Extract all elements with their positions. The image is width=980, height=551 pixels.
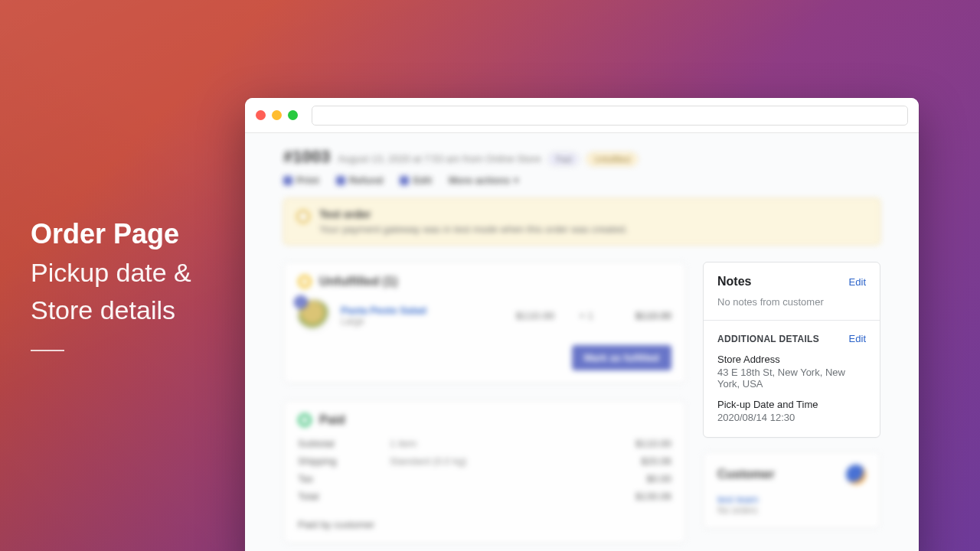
row-shipping: ShippingStandard (0.0 kg)$20.06 <box>298 455 671 467</box>
fulfillment-card: Unfulfilled (1) 1 Pasta Pesto Salad Larg… <box>283 262 686 383</box>
notes-title: Notes <box>717 275 751 289</box>
pickup-label: Pick-up Date and Time <box>717 399 866 410</box>
status-badge-unfulfilled: Unfulfilled <box>586 152 637 166</box>
marketing-caption: Order Page Pickup date & Store details <box>31 214 191 351</box>
additional-edit-link[interactable]: Edit <box>849 333 866 344</box>
notes-card: Notes Edit No notes from customer ADDITI… <box>703 262 880 438</box>
edit-icon <box>400 176 409 185</box>
more-actions-button[interactable]: More actions ▾ <box>449 174 519 186</box>
address-bar[interactable] <box>312 106 908 126</box>
unit-price: $110.00 <box>516 310 555 321</box>
window-titlebar <box>245 98 919 133</box>
fulfillment-heading: Unfulfilled (1) <box>319 275 397 289</box>
order-toolbar: Print Refund Edit More actions ▾ <box>283 174 880 186</box>
avatar[interactable] <box>846 465 866 484</box>
caption-line-2: Pickup date & <box>31 254 191 292</box>
blurred-region: #1003 August 13, 2020 at 7:53 am from On… <box>283 147 880 245</box>
pickup-detail: Pick-up Date and Time 2020/08/14 12:30 <box>717 399 866 423</box>
close-icon[interactable] <box>256 110 266 120</box>
caption-line-1: Order Page <box>31 214 191 254</box>
product-name[interactable]: Pasta Pesto Salad <box>341 305 426 316</box>
caption-line-3: Store details <box>31 292 191 329</box>
line-item: 1 Pasta Pesto Salad Large $110.00 × 1 $1… <box>298 299 671 331</box>
quantity: × 1 <box>580 310 593 321</box>
store-address-detail: Store Address 43 E 18th St, New York, Ne… <box>717 354 866 390</box>
notice-title: Test order <box>319 208 628 220</box>
minimize-icon[interactable] <box>272 110 282 120</box>
more-label: More actions <box>449 174 510 186</box>
divider <box>704 320 880 321</box>
customer-card: Customer test team No orders <box>703 452 880 529</box>
print-label: Print <box>296 174 319 186</box>
print-button[interactable]: Print <box>283 174 319 186</box>
refund-icon <box>336 176 345 185</box>
row-total: Total$130.06 <box>298 491 671 502</box>
notice-body: Your payment gateway was in test mode wh… <box>319 223 628 235</box>
zoom-icon[interactable] <box>288 110 298 120</box>
product-variant: Large <box>341 316 426 327</box>
test-order-notice: Test order Your payment gateway was in t… <box>283 198 880 245</box>
customer-name[interactable]: test team <box>717 494 866 505</box>
order-number: #1003 <box>283 147 330 167</box>
store-address-label: Store Address <box>717 354 866 365</box>
line-total: $110.00 <box>618 310 671 321</box>
browser-window: #1003 August 13, 2020 at 7:53 am from On… <box>245 98 919 551</box>
additional-details-title: ADDITIONAL DETAILS <box>717 334 819 344</box>
status-badge-paid: Paid <box>548 152 579 166</box>
row-paid-by: Paid by customer <box>298 519 671 530</box>
caption-rule <box>31 350 64 351</box>
print-icon <box>283 176 292 185</box>
unfulfilled-icon <box>298 275 312 289</box>
row-tax: Tax$0.00 <box>298 473 671 484</box>
refund-label: Refund <box>349 174 384 186</box>
order-header: #1003 August 13, 2020 at 7:53 am from On… <box>283 147 880 167</box>
warning-icon <box>296 210 310 223</box>
payment-heading: Paid <box>319 413 345 427</box>
order-meta: August 13, 2020 at 7:53 am from Online S… <box>338 153 541 165</box>
page-content: #1003 August 13, 2020 at 7:53 am from On… <box>245 133 919 543</box>
refund-button[interactable]: Refund <box>336 174 384 186</box>
customer-title: Customer <box>717 468 775 481</box>
paid-icon <box>298 413 312 427</box>
edit-label: Edit <box>413 174 432 186</box>
pickup-value: 2020/08/14 12:30 <box>717 412 866 423</box>
notes-empty-text: No notes from customer <box>717 296 866 308</box>
edit-button[interactable]: Edit <box>400 174 432 186</box>
qty-badge: 1 <box>294 295 308 309</box>
store-address-value: 43 E 18th St, New York, New York, USA <box>717 367 866 390</box>
payment-card: Paid Subtotal1 item$110.00 ShippingStand… <box>283 400 686 543</box>
notes-edit-link[interactable]: Edit <box>849 276 866 288</box>
product-thumbnail[interactable]: 1 <box>298 299 330 331</box>
customer-sub: No orders <box>717 505 866 516</box>
mark-fulfilled-button[interactable]: Mark as fulfilled <box>572 345 671 370</box>
row-subtotal: Subtotal1 item$110.00 <box>298 438 671 449</box>
